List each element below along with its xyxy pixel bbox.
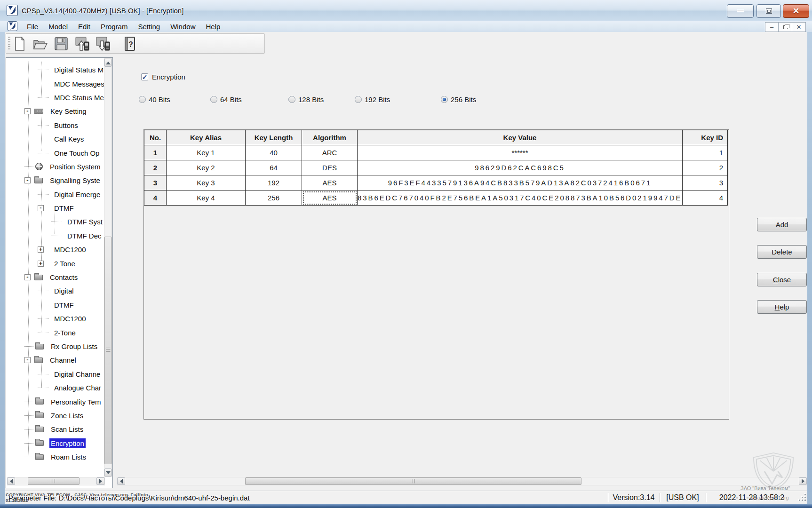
key-length-cell[interactable]: 192 [246,175,302,190]
menu-help[interactable]: Help [200,22,225,32]
scroll-down-button[interactable] [104,468,111,476]
tree-item-analogue-channel[interactable]: Analogue Char [6,381,113,395]
tree-item-dtmf-system[interactable]: DTMF Syst [6,215,113,229]
tree-item-zone-lists[interactable]: Zone Lists [6,409,113,422]
collapse-icon[interactable]: - [24,274,31,280]
tree-item-digital-emergency[interactable]: Digital Emerge [6,188,113,201]
read-from-radio-button[interactable] [74,36,90,52]
title-bar[interactable]: CPSp_V3.14(400-470MHz) [USB OK] - [Encry… [0,0,812,21]
key-id-cell[interactable]: 2 [683,160,728,175]
main-horizontal-scrollbar[interactable] [117,477,807,485]
radio-192-bits[interactable]: 192 Bits [355,95,390,103]
maximize-button[interactable] [756,4,781,18]
close-dialog-button[interactable]: Close [757,273,807,286]
collapse-icon[interactable]: - [24,177,31,183]
tree-item-position-system[interactable]: Position System [6,160,113,174]
close-button[interactable]: ✕ [783,4,809,18]
tree-item-mdc1200[interactable]: +MDC1200 [6,243,113,256]
mdi-restore-button[interactable] [779,22,792,32]
tree-item-dtmf-decode[interactable]: DTMF Dec [6,229,113,243]
algorithm-cell[interactable]: ARC [302,145,358,160]
radio-64-bits[interactable]: 64 Bits [210,95,242,103]
algorithm-cell[interactable]: AES [302,175,358,190]
add-button[interactable]: Add [757,218,807,231]
tree-item-encryption[interactable]: Encryption [6,437,113,450]
tree-item-contacts-2tone[interactable]: 2-Tone [6,325,113,339]
key-length-cell[interactable]: 40 [246,145,302,160]
tree-item-contacts[interactable]: -Contacts [6,270,113,284]
tree-scrollbar-thumb[interactable] [104,237,111,464]
key-id-cell[interactable]: 4 [683,190,728,206]
scroll-left-button[interactable] [117,477,125,485]
encryption-checkbox[interactable]: ✓ [141,73,148,80]
tree-horizontal-scrollbar[interactable] [7,477,105,485]
tree-hscrollbar-thumb[interactable] [28,477,80,485]
collapse-icon[interactable]: - [24,108,31,114]
tree-item-dtmf[interactable]: -DTMF [6,201,113,215]
tree-item-one-touch[interactable]: One Touch Op [6,146,113,159]
tree-item-key-setting[interactable]: -Key Setting [6,104,113,118]
radio-40-bits[interactable]: 40 Bits [139,95,170,103]
key-alias-cell[interactable]: Key 2 [167,160,246,175]
help-button-toolbar[interactable]: ? [122,36,138,52]
minimize-button[interactable] [727,4,754,18]
menu-program[interactable]: Program [96,22,133,32]
tree-item-personality-templates[interactable]: Personality Tem [6,395,113,408]
tree-item-mdc-status[interactable]: MDC Status Me [6,91,113,104]
radio-128-bits[interactable]: 128 Bits [288,95,324,103]
key-alias-cell[interactable]: Key 1 [167,145,246,160]
tree-item-digital-status[interactable]: Digital Status M [6,63,113,77]
radio-256-bits[interactable]: 256 Bits [441,95,476,103]
menu-window[interactable]: Window [165,22,200,32]
tree-item-digital-channel[interactable]: Digital Channe [6,367,113,381]
scroll-right-button[interactable] [96,477,104,485]
main-scrollbar-thumb[interactable] [245,477,581,485]
key-length-cell[interactable]: 64 [246,160,302,175]
scroll-right-button[interactable] [799,477,807,485]
key-length-cell[interactable]: 256 [246,190,302,206]
expand-icon[interactable]: + [38,246,44,253]
tree-item-mdc-messages[interactable]: MDC Messages [6,77,113,90]
key-id-cell[interactable]: 1 [683,145,728,160]
key-value-cell[interactable]: 98629D62CAC698C5 [358,160,683,175]
tree-item-channel[interactable]: -Channel [6,353,113,367]
delete-button[interactable]: Delete [757,245,807,259]
key-value-cell[interactable]: 96F3EF4433579136A94CB833B579AD13A82C0372… [358,175,683,190]
collapse-icon[interactable]: - [24,357,31,363]
tree-item-roam-lists[interactable]: Roam Lists [6,450,113,464]
resize-grip[interactable] [799,494,806,501]
help-dialog-button[interactable]: Help [757,300,807,314]
algorithm-cell[interactable]: DES [302,160,358,175]
scroll-left-button[interactable] [7,477,15,485]
tree-item-scan-lists[interactable]: Scan Lists [6,422,113,436]
tree-item-call-keys[interactable]: Call Keys [6,132,113,146]
new-file-button[interactable] [12,36,28,52]
tree-item-contacts-dtmf[interactable]: DTMF [6,298,113,312]
menu-model[interactable]: Model [43,22,73,32]
tree-item-buttons[interactable]: Buttons [6,119,113,132]
tree-item-signalling-systems[interactable]: -Signalling Syste [6,174,113,187]
save-file-button[interactable] [53,36,69,52]
expand-icon[interactable]: + [38,261,44,267]
key-value-cell[interactable]: ****** [358,145,683,160]
open-file-button[interactable] [32,36,48,52]
menu-setting[interactable]: Setting [133,22,165,32]
toolbar-grip[interactable] [8,37,10,51]
write-to-radio-button[interactable] [95,36,111,52]
key-id-cell[interactable]: 3 [683,175,728,190]
tree-item-rx-group-lists[interactable]: Rx Group Lists [6,340,113,353]
menu-file[interactable]: File [22,22,43,32]
algorithm-cell-focused[interactable]: AES [302,190,358,206]
tree-item-2-tone[interactable]: +2 Tone [6,256,113,270]
key-value-cell[interactable]: 83B6EDC767040FB2E756BEA1A50317C40CE20887… [358,190,683,206]
menu-edit[interactable]: Edit [73,22,96,32]
scroll-up-button[interactable] [104,59,111,67]
tree-item-contacts-digital[interactable]: Digital [6,284,113,298]
key-alias-cell[interactable]: Key 4 [167,190,246,206]
collapse-icon[interactable]: - [38,205,44,211]
tree-vertical-scrollbar[interactable] [104,58,112,477]
tree-item-contacts-mdc1200[interactable]: MDC1200 [6,312,113,325]
key-alias-cell[interactable]: Key 3 [167,175,246,190]
mdi-minimize-button[interactable]: – [765,22,779,32]
mdi-close-button[interactable]: ✕ [792,22,806,32]
